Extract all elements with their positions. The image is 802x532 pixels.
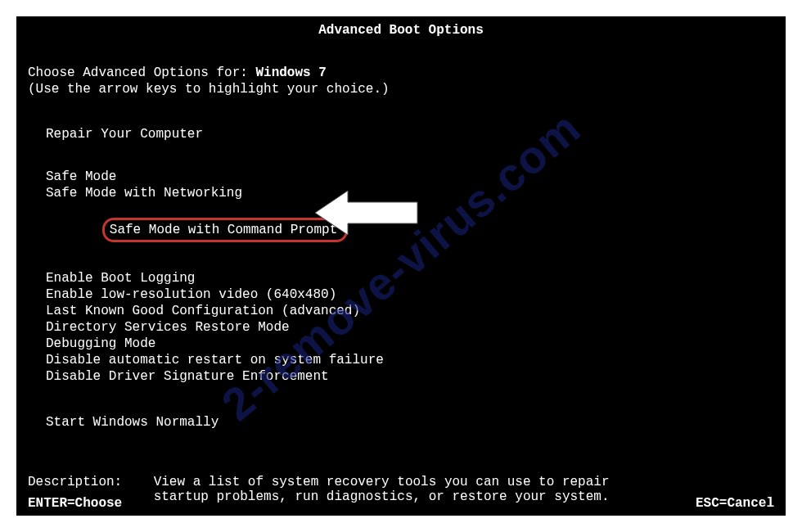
footer-enter: ENTER=Choose: [28, 496, 122, 511]
option-safe-mode[interactable]: Safe Mode: [28, 169, 786, 185]
page-title: Advanced Boot Options: [16, 16, 786, 44]
highlighted-option: Safe Mode with Command Prompt: [102, 218, 348, 242]
option-last-known-good[interactable]: Last Known Good Configuration (advanced): [28, 303, 786, 319]
option-debugging-mode[interactable]: Debugging Mode: [28, 336, 786, 352]
option-disable-auto-restart[interactable]: Disable automatic restart on system fail…: [28, 352, 786, 368]
option-safe-mode-networking[interactable]: Safe Mode with Networking: [28, 185, 786, 201]
option-start-windows-normally[interactable]: Start Windows Normally: [28, 414, 786, 431]
option-enable-boot-logging[interactable]: Enable Boot Logging: [28, 270, 786, 286]
group-normal: Start Windows Normally: [28, 414, 786, 431]
content-area: Choose Advanced Options for: Windows 7 (…: [16, 65, 786, 431]
option-safe-mode-command-prompt[interactable]: Safe Mode with Command Prompt: [28, 201, 786, 259]
footer-esc: ESC=Cancel: [696, 496, 774, 511]
group-advanced: Enable Boot Logging Enable low-resolutio…: [28, 270, 786, 385]
group-safe-mode: Safe Mode Safe Mode with Networking Safe…: [28, 169, 786, 259]
option-disable-driver-signature[interactable]: Disable Driver Signature Enforcement: [28, 368, 786, 385]
intro-line: Choose Advanced Options for: Windows 7: [28, 65, 786, 80]
option-low-resolution-video[interactable]: Enable low-resolution video (640x480): [28, 286, 786, 303]
boot-options-screen: Advanced Boot Options Choose Advanced Op…: [16, 16, 786, 516]
arrow-keys-hint: (Use the arrow keys to highlight your ch…: [28, 82, 786, 97]
option-directory-services-restore[interactable]: Directory Services Restore Mode: [28, 319, 786, 336]
option-repair-your-computer[interactable]: Repair Your Computer: [28, 126, 786, 142]
os-name: Windows 7: [255, 65, 326, 80]
intro-prefix: Choose Advanced Options for:: [28, 65, 255, 80]
footer-bar: ENTER=Choose ESC=Cancel: [28, 496, 774, 511]
group-repair: Repair Your Computer: [28, 126, 786, 142]
